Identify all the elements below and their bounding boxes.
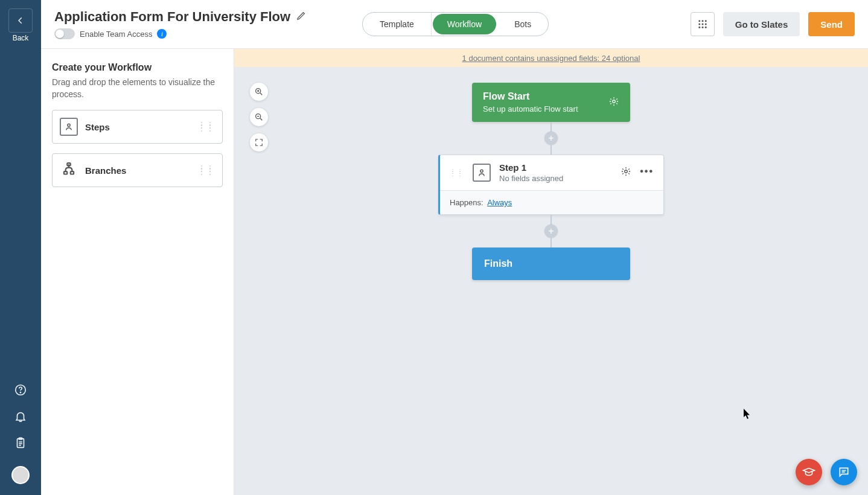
tab-bots[interactable]: Bots <box>497 13 548 36</box>
left-rail: Back <box>0 0 41 495</box>
svg-point-11 <box>701 24 703 25</box>
drag-handle-icon: ⋮⋮⋮⋮ <box>198 124 215 130</box>
step-title: Step 1 <box>499 162 612 173</box>
unassigned-fields-link[interactable]: 1 document contains unassigned fields: 2… <box>462 54 640 63</box>
svg-point-10 <box>698 24 700 25</box>
apps-grid-icon[interactable] <box>691 12 715 36</box>
back-button[interactable]: Back <box>8 8 33 42</box>
clipboard-icon[interactable] <box>12 435 29 452</box>
add-node-button[interactable]: + <box>544 132 558 145</box>
drag-handle-icon[interactable]: ⋮⋮⋮⋮ <box>450 170 464 175</box>
avatar[interactable] <box>11 466 30 484</box>
svg-point-9 <box>705 20 707 22</box>
tab-template[interactable]: Template <box>363 13 432 36</box>
sidebar-subtext: Drag and drop the elements to visualize … <box>52 77 223 100</box>
tab-workflow[interactable]: Workflow <box>433 14 496 34</box>
workflow-sidebar: Create your Workflow Drag and drop the e… <box>41 49 234 495</box>
view-tabs: Template Workflow Bots <box>362 12 549 36</box>
person-icon <box>473 164 491 182</box>
palette-item-label: Steps <box>85 122 191 132</box>
flow-start-node[interactable]: Flow Start Set up automatic Flow start <box>472 83 630 122</box>
more-icon[interactable]: ••• <box>640 166 654 179</box>
flow-start-title: Flow Start <box>483 91 578 102</box>
help-icon[interactable] <box>12 382 29 398</box>
notifications-icon[interactable] <box>12 408 29 425</box>
svg-rect-17 <box>64 171 67 174</box>
svg-rect-2 <box>18 439 24 448</box>
svg-point-13 <box>698 27 700 28</box>
svg-point-12 <box>705 24 707 25</box>
svg-point-7 <box>698 20 700 22</box>
back-label: Back <box>13 34 29 42</box>
team-access-toggle[interactable] <box>54 28 75 39</box>
svg-rect-18 <box>71 171 74 174</box>
svg-point-28 <box>480 170 483 172</box>
page-title: Application Form For University Flow <box>54 9 290 25</box>
academy-fab-icon[interactable] <box>796 459 822 485</box>
main-area: Application Form For University Flow Ena… <box>41 0 868 495</box>
palette-item-label: Branches <box>85 165 191 176</box>
flow-start-subtitle: Set up automatic Flow start <box>483 104 578 113</box>
finish-title: Finish <box>484 258 512 269</box>
chat-fab-icon[interactable] <box>831 459 857 485</box>
workflow-canvas[interactable]: 1 document contains unassigned fields: 2… <box>234 49 868 495</box>
svg-point-16 <box>68 124 70 126</box>
add-node-button[interactable]: + <box>544 225 558 238</box>
gear-icon[interactable] <box>621 166 631 179</box>
svg-point-14 <box>701 27 703 28</box>
palette-steps[interactable]: Steps ⋮⋮⋮⋮ <box>52 110 223 144</box>
go-to-slates-button[interactable]: Go to Slates <box>723 12 800 36</box>
info-icon[interactable]: i <box>157 29 167 39</box>
unassigned-fields-banner: 1 document contains unassigned fields: 2… <box>234 49 868 67</box>
person-icon <box>60 118 78 136</box>
svg-point-27 <box>613 100 616 103</box>
topbar: Application Form For University Flow Ena… <box>41 0 868 49</box>
svg-point-8 <box>701 20 703 22</box>
finish-node[interactable]: Finish <box>472 248 630 280</box>
edit-title-icon[interactable] <box>296 11 306 23</box>
svg-point-29 <box>625 170 628 173</box>
gear-icon[interactable] <box>608 96 619 109</box>
sidebar-heading: Create your Workflow <box>52 62 223 73</box>
happens-link[interactable]: Always <box>487 198 512 207</box>
svg-point-1 <box>20 392 21 393</box>
happens-label: Happens: <box>450 198 483 207</box>
drag-handle-icon: ⋮⋮⋮⋮ <box>198 167 215 173</box>
team-access-label: Enable Team Access <box>80 30 152 39</box>
step-subtitle: No fields assigned <box>499 174 612 183</box>
step-1-node[interactable]: ⋮⋮⋮⋮ Step 1 No fields assigned <box>438 155 664 215</box>
svg-point-15 <box>705 27 707 28</box>
branch-icon <box>60 161 78 179</box>
send-button[interactable]: Send <box>808 12 855 36</box>
palette-branches[interactable]: Branches ⋮⋮⋮⋮ <box>52 153 223 187</box>
chevron-left-icon <box>8 8 33 33</box>
mouse-cursor-icon <box>744 409 751 420</box>
